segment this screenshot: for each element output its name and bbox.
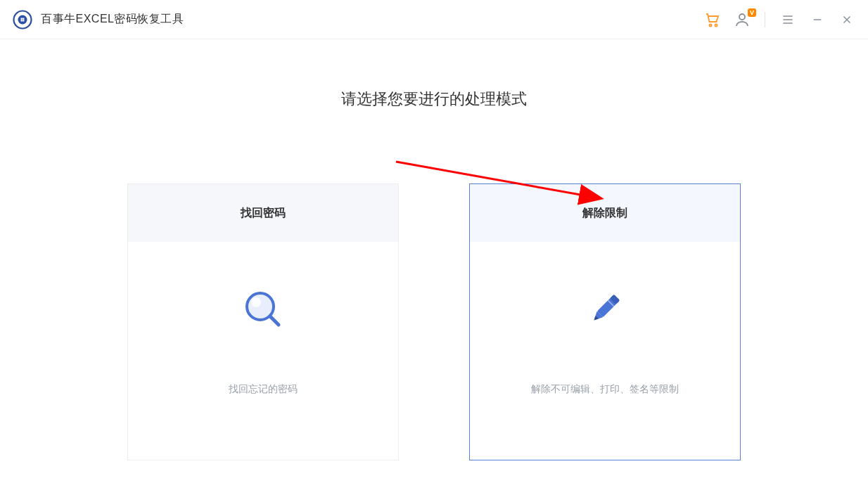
cart-icon[interactable] [704, 11, 721, 28]
titlebar-divider [765, 12, 765, 27]
svg-rect-4 [21, 20, 23, 21]
card-desc: 找回忘记的密码 [229, 383, 298, 396]
card-recover-password[interactable]: 找回密码 找回忘记的密码 [127, 183, 399, 460]
close-button[interactable] [838, 11, 855, 28]
svg-point-6 [709, 24, 711, 26]
user-icon[interactable]: V [734, 11, 751, 28]
svg-point-7 [715, 24, 717, 26]
svg-point-1 [18, 15, 27, 24]
titlebar-left: 百事牛EXCEL密码恢复工具 [13, 10, 184, 30]
svg-rect-3 [23, 18, 24, 19]
mode-cards: 找回密码 找回忘记的密码 解除限制 [127, 183, 741, 460]
svg-rect-5 [23, 20, 24, 21]
card-desc: 解除不可编辑、打印、签名等限制 [531, 383, 679, 396]
card-title: 解除限制 [470, 184, 740, 242]
pencil-icon [580, 285, 630, 334]
card-body: 找回忘记的密码 [128, 242, 398, 460]
magnifier-icon [238, 285, 288, 334]
app-title: 百事牛EXCEL密码恢复工具 [41, 12, 184, 27]
minimize-button[interactable] [809, 11, 826, 28]
card-body: 解除不可编辑、打印、签名等限制 [470, 242, 740, 460]
titlebar-right: V [704, 11, 855, 28]
svg-point-8 [739, 14, 745, 20]
user-vip-badge: V [748, 8, 756, 17]
svg-rect-2 [21, 18, 23, 19]
menu-icon[interactable] [779, 11, 796, 28]
app-logo-icon [13, 10, 32, 30]
svg-point-16 [251, 297, 261, 307]
svg-line-17 [270, 316, 279, 325]
card-remove-restriction[interactable]: 解除限制 解除不可编辑、打印、签名等限制 [469, 183, 741, 460]
titlebar: 百事牛EXCEL密码恢复工具 V [0, 0, 868, 39]
page-heading: 请选择您要进行的处理模式 [341, 89, 527, 110]
main-content: 请选择您要进行的处理模式 找回密码 找回忘记的密码 解除限制 [0, 39, 868, 460]
card-title: 找回密码 [128, 184, 398, 242]
